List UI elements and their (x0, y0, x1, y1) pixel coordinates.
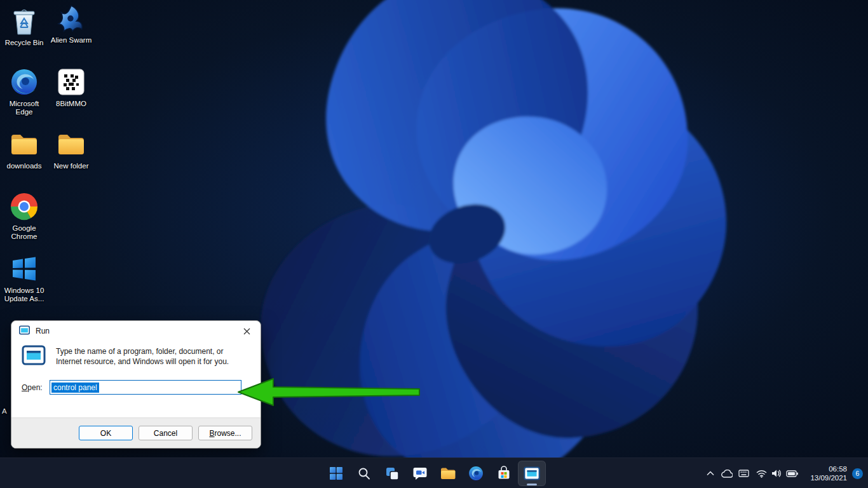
desktop-icon-label: Recycle Bin (0, 39, 48, 47)
edge-button[interactable] (462, 461, 490, 486)
desktop-icon-label: downloads (0, 162, 48, 170)
run-dialog-title: Run (36, 327, 50, 336)
run-icon-large (22, 345, 46, 367)
run-dialog-titlebar[interactable]: Run (11, 321, 261, 341)
file-explorer-icon (440, 466, 456, 480)
run-icon (19, 325, 30, 337)
google-chrome-icon (0, 191, 48, 222)
system-tray: 06:58 13/09/2021 6 (702, 458, 865, 488)
desktop-icon-windows-10-update[interactable]: Windows 10 Update As... (0, 253, 48, 303)
notification-badge[interactable]: 6 (852, 468, 863, 479)
desktop-icon-label: Alien Swarm (47, 36, 95, 44)
onedrive-cloud-icon (721, 470, 733, 478)
taskbar: 06:58 13/09/2021 6 (0, 458, 868, 488)
start-button[interactable] (322, 461, 350, 486)
onedrive-button[interactable] (719, 462, 735, 485)
8bitmmo-icon (47, 66, 95, 98)
desktop-icon-recycle-bin[interactable]: Recycle Bin (0, 5, 48, 47)
desktop-icon-label: Google Chrome (0, 224, 48, 241)
edge-icon (468, 466, 484, 481)
clock[interactable]: 06:58 13/09/2021 (806, 463, 851, 484)
tray-time: 06:58 (810, 464, 847, 473)
run-dialog-description: Type the name of a program, folder, docu… (56, 345, 250, 367)
open-label: Open: (22, 383, 50, 392)
run-dialog-footer: OK Cancel Browse... (11, 417, 261, 448)
taskbar-center-icons (322, 458, 546, 488)
desktop-icon-label: New folder (47, 162, 95, 170)
store-button[interactable] (490, 461, 518, 486)
task-view-button[interactable] (378, 461, 406, 486)
quick-settings-button[interactable] (752, 462, 803, 485)
task-view-icon (385, 466, 399, 480)
touch-keyboard-icon (738, 470, 749, 477)
cancel-button[interactable]: Cancel (139, 426, 193, 440)
downloads-folder-icon (0, 128, 48, 160)
desktop-icon-8bitmmo[interactable]: 8BitMMO (47, 66, 95, 108)
desktop-icon-new-folder[interactable]: New folder (47, 128, 95, 170)
desktop: Recycle Bin Alien Swarm (0, 0, 868, 488)
browse-button[interactable]: Browse... (198, 426, 252, 440)
windows-flag-icon (0, 253, 48, 285)
search-button[interactable] (350, 461, 378, 486)
microsoft-store-icon (496, 466, 512, 481)
run-dialog-window: Run Type the name of a program, folder, … (11, 320, 261, 449)
desktop-icon-alien-swarm[interactable]: Alien Swarm (47, 3, 95, 44)
desktop-icon-downloads[interactable]: downloads (0, 128, 48, 170)
desktop-icon-label: Microsoft Edge (0, 100, 48, 116)
desktop-icon-label: 8BitMMO (47, 100, 95, 108)
run-command-value: control panel (51, 383, 99, 393)
volume-icon (771, 469, 782, 478)
run-command-input[interactable]: control panel (50, 380, 241, 395)
desktop-icon-microsoft-edge[interactable]: Microsoft Edge (0, 66, 48, 116)
microsoft-edge-icon (0, 66, 48, 98)
new-folder-icon (47, 128, 95, 160)
ok-button[interactable]: OK (79, 426, 133, 440)
chat-icon (412, 466, 428, 481)
touch-keyboard-button[interactable] (735, 462, 752, 485)
run-app-icon (524, 466, 540, 480)
desktop-icon-label: Windows 10 Update As... (0, 287, 48, 303)
alien-swarm-icon (47, 3, 95, 34)
run-taskbar-button[interactable] (518, 461, 546, 486)
windows-logo-icon (329, 466, 344, 481)
chat-button[interactable] (406, 461, 434, 486)
desktop-icon-google-chrome[interactable]: Google Chrome (0, 191, 48, 241)
battery-icon (786, 470, 798, 477)
file-explorer-button[interactable] (434, 461, 462, 486)
chevron-up-icon (707, 471, 714, 476)
search-icon (357, 466, 371, 480)
close-icon[interactable] (236, 323, 257, 339)
recycle-bin-icon (0, 5, 48, 37)
wifi-icon (756, 470, 767, 478)
tray-date: 13/09/2021 (810, 473, 847, 482)
hidden-icons-button[interactable] (702, 462, 719, 485)
